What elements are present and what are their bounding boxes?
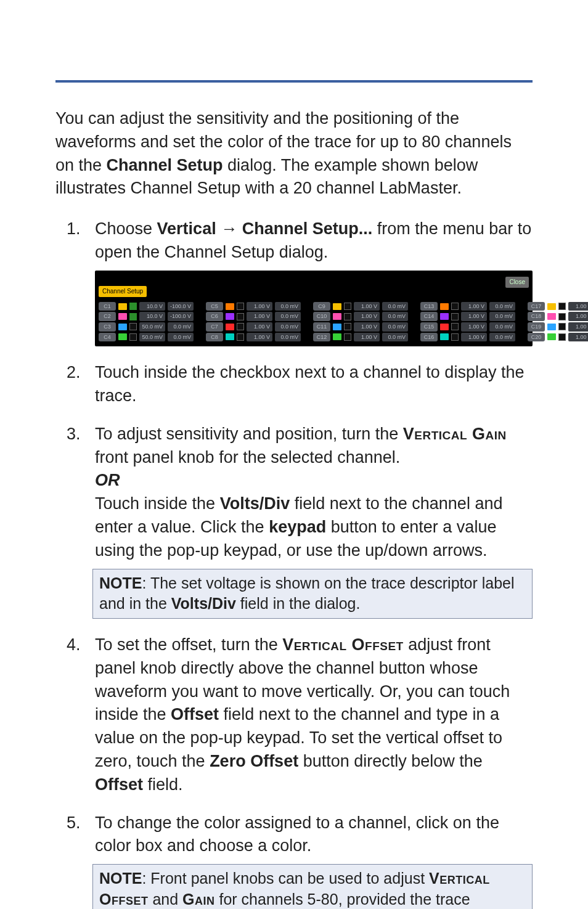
volts-div-field[interactable]: 1.00 V [461,312,487,321]
step1-b: Vertical → Channel Setup... [157,219,373,238]
color-swatch[interactable] [333,313,341,320]
trace-checkbox[interactable] [237,313,244,320]
channel-button[interactable]: C7 [206,322,223,332]
volts-div-field[interactable]: 1.00 V [247,312,272,321]
offset-field[interactable]: 0.0 mV [275,312,301,321]
color-swatch[interactable] [226,324,234,330]
channel-button[interactable]: C19 [528,322,545,332]
volts-div-field[interactable]: 1.00 V [568,302,588,311]
offset-field[interactable]: 0.0 mV [489,312,515,321]
channel-button[interactable]: C8 [206,333,223,342]
volts-div-field[interactable]: 1.00 V [354,312,380,321]
volts-div-field[interactable]: 1.00 V [247,322,272,332]
volts-div-field[interactable]: 1.00 V [461,333,487,342]
color-swatch[interactable] [226,313,234,320]
trace-checkbox[interactable] [344,313,351,320]
offset-field[interactable]: 0.0 mV [275,322,301,332]
offset-field[interactable]: 0.0 mV [382,302,408,311]
volts-div-field[interactable]: 1.00 V [354,322,380,332]
volts-div-field[interactable]: 1.00 V [568,322,588,332]
offset-field[interactable]: -100.0 V [168,302,194,311]
color-swatch[interactable] [118,333,127,340]
channel-button[interactable]: C20 [528,333,545,342]
color-swatch[interactable] [226,333,234,340]
trace-checkbox[interactable] [558,313,566,320]
offset-field[interactable]: -100.0 V [168,312,194,321]
color-swatch[interactable] [118,303,127,310]
volts-div-field[interactable]: 1.00 V [461,302,487,311]
channel-button[interactable]: C15 [420,322,438,332]
trace-checkbox[interactable] [344,333,351,341]
volts-div-field[interactable]: 1.00 V [354,333,380,342]
channel-button[interactable]: C17 [528,302,545,311]
color-swatch[interactable] [333,324,341,330]
trace-checkbox[interactable] [237,333,244,341]
volts-div-field[interactable]: 1.00 V [354,302,380,311]
trace-checkbox[interactable] [344,303,351,310]
offset-field[interactable]: 0.0 mV [275,333,301,342]
volts-div-field[interactable]: 10.0 V [139,302,165,311]
trace-checkbox[interactable] [237,323,244,330]
trace-checkbox[interactable] [558,323,566,330]
channel-button[interactable]: C16 [420,333,438,342]
channel-button[interactable]: C14 [420,312,438,321]
close-button[interactable]: Close [505,277,529,288]
color-swatch[interactable] [440,313,449,320]
trace-checkbox[interactable] [451,313,459,320]
color-swatch[interactable] [333,303,341,310]
trace-checkbox[interactable] [451,333,459,341]
channel-button[interactable]: C3 [99,322,116,332]
volts-div-field[interactable]: 10.0 V [139,312,165,321]
dialog-tab[interactable]: Channel Setup [99,286,147,297]
color-swatch[interactable] [440,303,449,310]
channel-button[interactable]: C5 [206,302,223,311]
channel-button[interactable]: C6 [206,312,223,321]
color-swatch[interactable] [547,324,556,330]
volts-div-field[interactable]: 50.0 mV [139,333,165,342]
channel-button[interactable]: C11 [313,322,330,332]
color-swatch[interactable] [118,313,127,320]
trace-checkbox[interactable] [558,303,566,310]
trace-checkbox[interactable] [344,323,351,330]
offset-field[interactable]: 0.0 mV [275,302,301,311]
channel-button[interactable]: C9 [313,302,330,311]
color-swatch[interactable] [118,324,127,330]
channel-button[interactable]: C1 [99,302,116,311]
channel-button[interactable]: C2 [99,312,116,321]
offset-field[interactable]: 0.0 mV [382,333,408,342]
offset-field[interactable]: 0.0 mV [382,312,408,321]
offset-field[interactable]: 0.0 mV [489,302,515,311]
trace-checkbox[interactable] [129,313,137,320]
volts-div-field[interactable]: 50.0 mV [139,322,165,332]
color-swatch[interactable] [547,313,556,320]
trace-checkbox[interactable] [237,303,244,310]
color-swatch[interactable] [226,303,234,310]
trace-checkbox[interactable] [129,303,137,310]
color-swatch[interactable] [547,303,556,310]
channel-button[interactable]: C4 [99,333,116,342]
color-swatch[interactable] [333,333,341,340]
offset-field[interactable]: 0.0 mV [489,322,515,332]
color-swatch[interactable] [547,333,556,340]
offset-field[interactable]: 0.0 mV [489,333,515,342]
color-swatch[interactable] [440,333,449,340]
offset-field[interactable]: 0.0 mV [382,322,408,332]
trace-checkbox[interactable] [558,333,566,341]
channel-button[interactable]: C13 [420,302,438,311]
trace-checkbox[interactable] [129,333,137,341]
volts-div-field[interactable]: 1.00 V [568,312,588,321]
volts-div-field[interactable]: 1.00 V [461,322,487,332]
offset-field[interactable]: 0.0 mV [168,333,194,342]
offset-field[interactable]: 0.0 mV [168,322,194,332]
trace-checkbox[interactable] [451,323,459,330]
channel-row: C91.00 V0.0 mV [313,302,408,311]
volts-div-field[interactable]: 1.00 V [247,333,272,342]
volts-div-field[interactable]: 1.00 V [568,333,588,342]
trace-checkbox[interactable] [451,303,459,310]
channel-button[interactable]: C12 [313,333,330,342]
trace-checkbox[interactable] [129,323,137,330]
channel-button[interactable]: C10 [313,312,330,321]
volts-div-field[interactable]: 1.00 V [247,302,272,311]
color-swatch[interactable] [440,324,449,330]
channel-button[interactable]: C18 [528,312,545,321]
